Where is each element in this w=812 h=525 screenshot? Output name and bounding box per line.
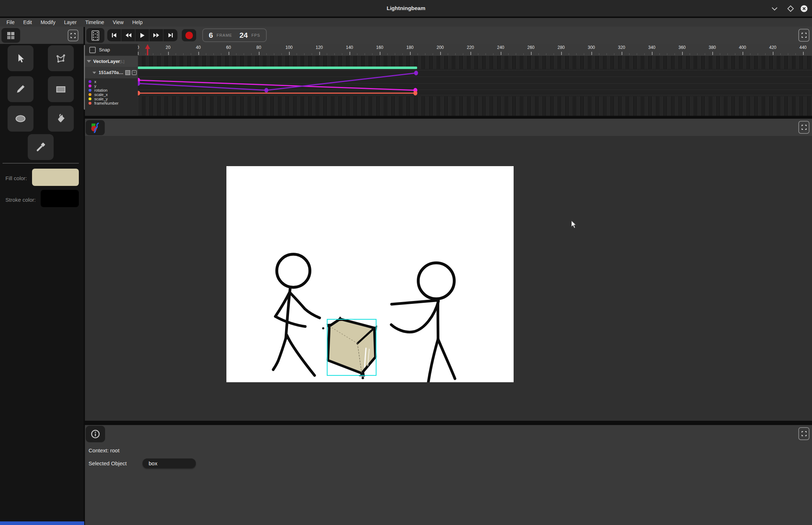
menu-edit[interactable]: Edit bbox=[19, 18, 36, 27]
ruler-tick bbox=[153, 53, 153, 55]
property-row-rotation[interactable]: rotation bbox=[89, 88, 108, 92]
menu-help[interactable]: Help bbox=[128, 18, 147, 27]
info-expand-button[interactable] bbox=[798, 427, 809, 440]
timeline-expand-button[interactable] bbox=[798, 29, 809, 42]
maximize-diamond-icon[interactable] bbox=[786, 5, 794, 12]
stage-artwork bbox=[226, 166, 514, 382]
ruler-tick bbox=[690, 53, 690, 55]
ruler-tick bbox=[750, 53, 750, 55]
selected-object-label: Selected Object bbox=[89, 460, 127, 466]
layer-visibility-toggle[interactable] bbox=[125, 70, 130, 75]
ruler-tick bbox=[395, 53, 395, 55]
ruler-tick bbox=[531, 52, 532, 55]
ruler-tick bbox=[387, 53, 388, 55]
toolbox-panel: Fill color: Stroke color: bbox=[0, 27, 84, 525]
skip-end-button[interactable] bbox=[163, 29, 177, 41]
stroke-color-label: Stroke color: bbox=[5, 197, 36, 203]
ruler-tick bbox=[591, 52, 592, 55]
keyframe-span-bar[interactable] bbox=[138, 67, 417, 69]
record-button[interactable] bbox=[182, 29, 196, 41]
ruler-tick bbox=[259, 52, 260, 55]
ruler-tick bbox=[206, 53, 206, 55]
ruler-tick bbox=[281, 53, 282, 55]
property-row-frameNumber[interactable]: frameNumber bbox=[89, 101, 118, 105]
canvas-expand-button[interactable] bbox=[798, 121, 809, 134]
x-curve-keyframe-dot[interactable] bbox=[138, 81, 140, 86]
ruler-label: 360 bbox=[675, 45, 689, 50]
menu-modify[interactable]: Modify bbox=[36, 18, 60, 27]
ruler-tick bbox=[508, 53, 509, 55]
rewind-button[interactable] bbox=[121, 29, 135, 41]
minimize-chevron-icon[interactable] bbox=[771, 5, 779, 12]
layer-row-sublayer[interactable]: 151ad70a… ~ bbox=[85, 67, 138, 78]
collapse-arrow-icon[interactable] bbox=[87, 60, 91, 63]
ruler-tick bbox=[682, 52, 683, 55]
ruler-label: 160 bbox=[373, 45, 387, 50]
box-object bbox=[322, 316, 377, 379]
tool-transform-button[interactable] bbox=[48, 45, 74, 71]
tool-ellipse-button[interactable] bbox=[8, 106, 33, 132]
ruler-tick bbox=[357, 53, 357, 55]
layer-row-vectorlayer[interactable]: VectorLayer [L] bbox=[85, 56, 138, 67]
tool-rectangle-button[interactable] bbox=[48, 76, 74, 102]
menu-layer[interactable]: Layer bbox=[60, 18, 81, 27]
toolbox-divider bbox=[3, 163, 79, 164]
tool-select-button[interactable] bbox=[8, 45, 33, 71]
ruler-label: 120 bbox=[312, 45, 326, 50]
x-curve-keyframe-dot[interactable] bbox=[414, 71, 418, 76]
ruler-tick bbox=[652, 52, 653, 55]
animation-curves[interactable] bbox=[138, 56, 812, 116]
tool-bucket-button[interactable] bbox=[48, 106, 74, 132]
property-row-y[interactable]: y bbox=[89, 84, 96, 88]
ruler-tick bbox=[780, 53, 781, 55]
ruler-tick bbox=[622, 52, 622, 55]
frame-value: 6 bbox=[209, 31, 213, 40]
property-color-dot bbox=[89, 93, 91, 96]
property-row-scale_y[interactable]: scale_y bbox=[89, 97, 108, 101]
stage[interactable] bbox=[226, 166, 514, 382]
ruler-label: 100 bbox=[282, 45, 296, 50]
selected-object-field[interactable]: box bbox=[143, 458, 196, 468]
menu-file[interactable]: File bbox=[2, 18, 19, 27]
ruler-tick bbox=[289, 52, 290, 55]
snap-checkbox[interactable] bbox=[89, 47, 96, 53]
fast-forward-button[interactable] bbox=[149, 29, 163, 41]
frame-ruler[interactable]: 0204060801001201401601802002202402602803… bbox=[138, 44, 812, 56]
fast-forward-icon bbox=[153, 32, 160, 38]
close-icon[interactable] bbox=[800, 5, 808, 12]
stroke-color-swatch[interactable] bbox=[41, 190, 79, 207]
menu-view[interactable]: View bbox=[108, 18, 128, 27]
playhead[interactable] bbox=[145, 44, 150, 55]
expand-icon bbox=[71, 33, 76, 38]
collapse-arrow-icon[interactable] bbox=[93, 72, 96, 74]
scene-button[interactable] bbox=[86, 120, 105, 135]
toolbox-expand-button[interactable] bbox=[68, 29, 78, 41]
play-button[interactable] bbox=[135, 29, 149, 41]
fill-color-swatch[interactable] bbox=[32, 169, 79, 186]
ruler-label: 300 bbox=[584, 45, 599, 50]
panel-grid-button[interactable] bbox=[1, 28, 20, 43]
skip-start-button[interactable] bbox=[107, 29, 121, 41]
lightningbeam-logo-icon bbox=[90, 122, 101, 133]
property-row-x[interactable]: x bbox=[89, 79, 96, 84]
tool-eyedropper-button[interactable] bbox=[28, 134, 54, 160]
info-button[interactable] bbox=[86, 426, 105, 442]
ruler-tick bbox=[576, 53, 577, 55]
ruler-tick bbox=[561, 52, 562, 55]
property-row-scale_x[interactable]: scale_x bbox=[89, 92, 108, 97]
frameNumber-curve-keyframe-dot[interactable] bbox=[138, 91, 140, 96]
layer-curve-toggle[interactable]: ~ bbox=[132, 70, 137, 75]
ruler-tick bbox=[765, 53, 766, 55]
menu-timeline[interactable]: Timeline bbox=[81, 18, 108, 27]
frameNumber-curve-keyframe-dot[interactable] bbox=[414, 91, 418, 96]
x-curve-keyframe-dot[interactable] bbox=[265, 88, 269, 93]
tool-pencil-button[interactable] bbox=[8, 76, 33, 102]
ruler-label: 280 bbox=[554, 45, 568, 50]
ruler-tick bbox=[569, 53, 569, 55]
ruler-tick bbox=[304, 53, 304, 55]
ruler-tick bbox=[221, 53, 221, 55]
ruler-tick bbox=[266, 53, 267, 55]
context-text: Context: root bbox=[89, 447, 119, 453]
film-settings-button[interactable] bbox=[86, 28, 104, 43]
ruler-tick bbox=[176, 53, 176, 55]
